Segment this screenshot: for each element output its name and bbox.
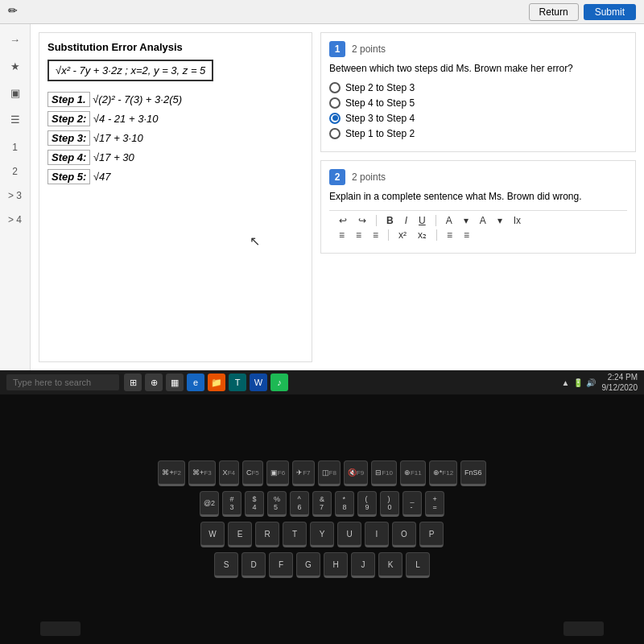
undo-button[interactable]: ↩: [336, 214, 350, 227]
radio-step1-step2[interactable]: [329, 128, 341, 139]
key-fn1[interactable]: ⌘+F2: [158, 460, 185, 486]
key-e[interactable]: E: [228, 522, 252, 547]
sidebar-num-2: 2: [12, 166, 18, 177]
font-color-button[interactable]: A: [443, 214, 456, 227]
key-h[interactable]: H: [324, 552, 348, 578]
key-x[interactable]: XF4: [219, 460, 239, 486]
key-o[interactable]: O: [392, 522, 416, 547]
key-amp-7[interactable]: &7: [312, 491, 332, 517]
key-hash-3[interactable]: #3: [222, 491, 242, 517]
option-step4-step5[interactable]: Step 4 to Step 5: [329, 97, 627, 109]
align-left-button[interactable]: ≡: [336, 229, 348, 242]
key-f[interactable]: F: [269, 552, 293, 578]
key-j[interactable]: J: [351, 552, 375, 578]
key-f7[interactable]: ✈F7: [292, 460, 314, 486]
key-fn2[interactable]: ⌘+F3: [188, 460, 216, 486]
radio-step3-step4[interactable]: [329, 113, 341, 124]
key-f9[interactable]: 🔇F9: [344, 460, 368, 486]
taskbar-folder-icon[interactable]: 📁: [208, 374, 225, 391]
key-k[interactable]: K: [378, 552, 402, 578]
question-1-block: 1 2 points Between which two steps did M…: [320, 32, 636, 152]
taskbar-spotify-icon[interactable]: ♪: [270, 374, 288, 391]
key-g[interactable]: G: [296, 552, 320, 578]
step-4-label: Step 4:: [47, 150, 90, 165]
key-lparen-9[interactable]: (9: [357, 491, 377, 517]
step-4: Step 4: √17 + 30: [47, 150, 303, 165]
return-button[interactable]: Return: [529, 3, 579, 21]
key-i[interactable]: I: [365, 522, 389, 547]
key-pct-5[interactable]: %5: [267, 491, 287, 517]
toolbar-row-1: ↩ ↪ B I U A ▾ A ▾ Ix: [336, 214, 621, 227]
taskbar-search-icon[interactable]: ⊕: [145, 374, 163, 391]
highlight-button[interactable]: A: [477, 214, 489, 227]
subscript-button[interactable]: x₂: [415, 229, 430, 242]
taskbar-edge-icon[interactable]: e: [187, 374, 204, 391]
taskbar-windows-icon[interactable]: ⊞: [124, 374, 142, 391]
option-step2-step3[interactable]: Step 2 to Step 3: [329, 82, 627, 93]
taskbar-right: ▲ 🔋 🔊 2:24 PM 9/12/2020: [562, 372, 638, 393]
key-f10[interactable]: ⊟F10: [371, 460, 397, 486]
question-1-number: 1: [329, 41, 345, 57]
taskbar-teams-icon[interactable]: T: [229, 374, 246, 391]
option-step1-step2-label: Step 1 to Step 2: [345, 128, 415, 139]
superscript-button[interactable]: x²: [395, 229, 410, 242]
sidebar-icon-menu[interactable]: ☰: [7, 110, 23, 129]
main-content: Substitution Error Analysis √x² - 7y + 3…: [31, 24, 644, 370]
sidebar-num-4: > 4: [8, 214, 22, 225]
key-r[interactable]: R: [255, 522, 279, 547]
problem-title: Substitution Error Analysis: [47, 41, 303, 53]
key-rparen-0[interactable]: )0: [380, 491, 399, 517]
option-step1-step2[interactable]: Step 1 to Step 2: [329, 128, 627, 139]
key-f8[interactable]: ◫F8: [318, 460, 341, 486]
key-t[interactable]: T: [283, 522, 307, 547]
sidebar-icon-square[interactable]: ▣: [7, 84, 23, 102]
key-at-2[interactable]: @2: [200, 491, 219, 517]
align-right-button[interactable]: ≡: [369, 229, 382, 242]
sidebar-icon-star[interactable]: ★: [7, 57, 23, 76]
clock: 2:24 PM: [602, 372, 638, 382]
align-center-button[interactable]: ≡: [353, 229, 365, 242]
underline-button[interactable]: U: [415, 214, 429, 227]
key-l[interactable]: L: [406, 552, 430, 578]
clear-format-button[interactable]: Ix: [510, 214, 524, 227]
bullet-list-button[interactable]: ≡: [444, 229, 456, 242]
key-c[interactable]: CF5: [242, 460, 263, 486]
taskbar-task-icon[interactable]: ▦: [166, 374, 184, 391]
redo-button[interactable]: ↪: [355, 214, 369, 227]
taskbar-word-icon[interactable]: W: [250, 374, 267, 391]
radio-step4-step5[interactable]: [329, 97, 341, 109]
highlight-arrow[interactable]: ▾: [494, 214, 506, 227]
keyboard-area: ⌘+F2 ⌘+F3 XF4 CF5 ▣F6 ✈F7 ◫F8 🔇F9 ⊟F10 ⊕…: [0, 394, 644, 644]
submit-button[interactable]: Submit: [584, 4, 636, 20]
radio-step2-step3[interactable]: [329, 82, 341, 93]
key-p[interactable]: P: [419, 522, 444, 547]
font-color-arrow[interactable]: ▾: [460, 214, 472, 227]
key-d[interactable]: D: [242, 552, 266, 578]
italic-button[interactable]: I: [402, 214, 411, 227]
key-w[interactable]: W: [200, 522, 225, 547]
key-u[interactable]: U: [337, 522, 361, 547]
key-dash[interactable]: _-: [402, 491, 422, 517]
key-f11[interactable]: ⊕F11: [400, 460, 426, 486]
option-step3-step4-label: Step 3 to Step 4: [345, 113, 415, 124]
key-star-8[interactable]: *8: [335, 491, 354, 517]
key-caret-6[interactable]: ^6: [290, 491, 309, 517]
key-dollar-4[interactable]: $4: [245, 491, 264, 517]
question-2-text: Explain in a complete sentence what Ms. …: [329, 190, 627, 204]
step-5-label: Step 5:: [47, 169, 90, 184]
sidebar-icon-arrow[interactable]: →: [6, 31, 23, 49]
key-s[interactable]: S: [214, 552, 238, 578]
key-fn56[interactable]: FnS6: [460, 460, 486, 486]
ordered-list-button[interactable]: ≡: [460, 229, 473, 242]
key-y[interactable]: Y: [310, 522, 334, 547]
toolbar-divider-2: [436, 215, 436, 226]
key-plus[interactable]: +=: [425, 491, 444, 517]
qwerty-row: W E R T Y U I O P: [200, 522, 444, 547]
taskbar-search[interactable]: [6, 374, 119, 390]
key-f12[interactable]: ⊕*F12: [429, 460, 457, 486]
top-bar-left: ✏: [8, 4, 18, 17]
option-step3-step4[interactable]: Step 3 to Step 4: [329, 113, 627, 124]
bold-button[interactable]: B: [383, 214, 397, 227]
question-2-points: 2 points: [352, 171, 386, 183]
key-f6[interactable]: ▣F6: [266, 460, 289, 486]
